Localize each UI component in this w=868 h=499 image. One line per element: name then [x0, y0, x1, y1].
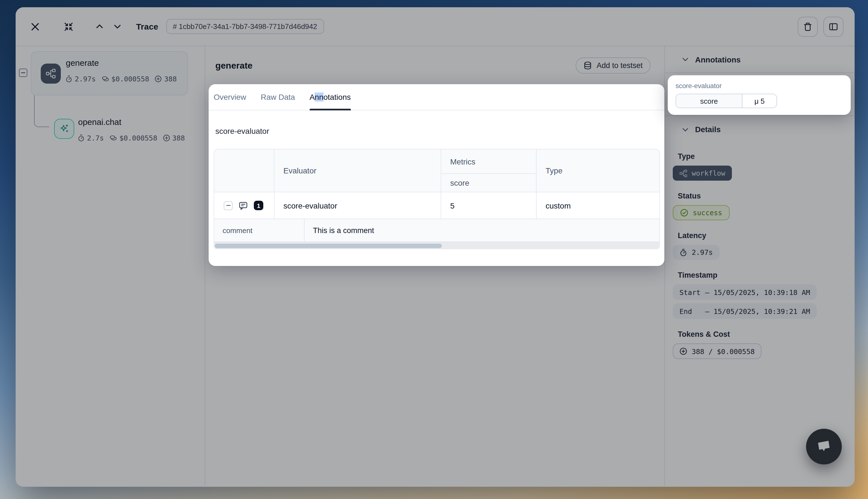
tree-connector-line	[34, 95, 49, 127]
column-header-type: Type	[537, 149, 659, 192]
chevron-up-icon	[95, 22, 104, 31]
tab-annotations[interactable]: Annotations	[310, 84, 351, 110]
details-section-body: Type workflow Status	[665, 143, 855, 370]
comment-row: comment This is a comment	[214, 219, 660, 242]
chevron-down-icon	[682, 126, 689, 133]
timestamp-label: Timestamp	[678, 271, 847, 279]
tree-node-generate[interactable]: generate 2.97s $0.000558 388	[31, 51, 188, 95]
tree-node-stats: 2.7s $0.000558 388	[77, 134, 185, 142]
table-row[interactable]: 1 score-evaluator 5 custom	[214, 192, 660, 219]
add-to-testset-button[interactable]: Add to testset	[576, 58, 650, 74]
scrollbar-thumb[interactable]	[215, 243, 442, 248]
comment-bubble-icon[interactable]	[239, 201, 248, 210]
trace-topbar: Trace # 1cbb70e7-34a1-7bb7-3498-771b7d46…	[16, 7, 855, 46]
comment-key: comment	[214, 219, 304, 241]
screen: Trace # 1cbb70e7-34a1-7bb7-3498-771b7d46…	[0, 0, 868, 499]
prev-trace-button[interactable]	[93, 20, 106, 33]
shrink-icon	[64, 22, 73, 31]
cell-type: custom	[537, 192, 659, 219]
tree-node-stats: 2.97s $0.000558 388	[65, 75, 177, 83]
comment-value: This is a comment	[304, 219, 659, 241]
main-panel: generate Add to testset Overview Raw Dat…	[205, 46, 664, 486]
horizontal-scrollbar[interactable]	[214, 242, 660, 249]
details-sidebar: Annotations score-evaluator score μ 5	[664, 46, 855, 486]
tokens-icon	[155, 75, 162, 83]
chat-launcher-button[interactable]	[806, 429, 842, 464]
workflow-icon	[679, 169, 687, 177]
span-title: generate	[215, 61, 252, 71]
chevron-down-icon	[682, 56, 689, 63]
comment-count-badge: 1	[254, 201, 263, 210]
tree-node-openai-chat[interactable]: openai.chat 2.7s $0.000558 388	[54, 117, 199, 156]
annotations-section-header[interactable]: Annotations	[665, 46, 855, 73]
toggle-sidepanel-button[interactable]	[823, 16, 843, 37]
coins-icon	[109, 134, 117, 142]
cell-score: 5	[441, 192, 537, 219]
row-checkbox-indeterminate[interactable]	[224, 201, 233, 210]
database-icon	[584, 61, 592, 70]
metric-mean-value: μ 5	[743, 94, 776, 108]
table-header: Evaluator Metrics score Type	[214, 149, 660, 192]
chat-bubble-icon	[816, 438, 832, 455]
annotation-metric-pill[interactable]: score μ 5	[676, 94, 777, 108]
side-panel-icon	[829, 22, 838, 31]
trace-id-badge[interactable]: # 1cbb70e7-34a1-7bb7-3498-771b7d46d942	[166, 19, 324, 34]
annotation-evaluator-name: score-evaluator	[676, 82, 843, 90]
annotations-tab-panel: Overview Raw Data Annotations score-eval…	[209, 84, 664, 266]
end-timestamp-badge: End– 15/05/2025, 10:39:21 AM	[673, 303, 817, 319]
tab-bar: Overview Raw Data Annotations	[209, 84, 664, 110]
column-header-metrics: Metrics	[441, 149, 536, 174]
type-label: Type	[678, 152, 847, 161]
evaluator-section-title: score-evaluator	[215, 126, 664, 135]
details-section-label: Details	[695, 125, 721, 134]
status-badge: success	[673, 205, 730, 220]
metric-name: score	[676, 94, 743, 108]
close-icon	[31, 22, 40, 31]
collapse-view-button[interactable]	[61, 19, 76, 34]
delete-trace-button[interactable]	[798, 16, 818, 37]
stopwatch-icon	[679, 248, 687, 256]
check-circle-icon	[680, 208, 688, 217]
annotations-section-body: score-evaluator score μ 5	[665, 73, 855, 116]
close-button[interactable]	[28, 19, 43, 34]
page-title: Trace	[136, 22, 158, 31]
cell-evaluator: score-evaluator	[275, 192, 441, 219]
latency-badge: 2.97s	[673, 245, 719, 260]
tree-collapse-toggle[interactable]	[19, 69, 27, 77]
start-timestamp-badge: Start– 15/05/2025, 10:39:18 AM	[673, 284, 817, 300]
tree-node-name: generate	[66, 58, 99, 68]
tree-node-name: openai.chat	[78, 117, 121, 126]
minus-icon	[21, 70, 26, 75]
next-trace-button[interactable]	[110, 20, 124, 33]
trace-tree-sidebar: generate 2.97s $0.000558 388 openai.chat…	[16, 46, 205, 486]
type-badge: workflow	[673, 166, 732, 181]
tokens-cost-label: Tokens & Cost	[678, 330, 847, 338]
workflow-icon	[41, 63, 61, 84]
plus-circle-icon	[679, 348, 687, 355]
stopwatch-icon	[65, 75, 73, 83]
text-selection-highlight: nn	[315, 93, 323, 101]
status-label: Status	[678, 192, 847, 200]
chevron-down-icon	[113, 22, 121, 31]
tab-raw-data[interactable]: Raw Data	[261, 84, 295, 110]
trace-modal: Trace # 1cbb70e7-34a1-7bb7-3498-771b7d46…	[16, 7, 855, 487]
tokens-icon	[163, 134, 170, 142]
annotations-section-label: Annotations	[695, 55, 740, 64]
stopwatch-icon	[77, 134, 85, 142]
column-header-evaluator: Evaluator	[275, 149, 441, 192]
coins-icon	[101, 75, 109, 83]
column-subheader-score: score	[441, 174, 536, 192]
trash-icon	[803, 22, 812, 31]
evaluator-table: Evaluator Metrics score Type	[214, 149, 660, 249]
tokens-cost-badge: 388 / $0.000558	[673, 343, 761, 359]
sparkles-icon	[54, 119, 74, 139]
details-section-header[interactable]: Details	[665, 116, 855, 143]
latency-label: Latency	[678, 231, 847, 240]
annotation-card[interactable]: score-evaluator score μ 5	[668, 75, 851, 115]
tab-overview[interactable]: Overview	[214, 84, 246, 110]
